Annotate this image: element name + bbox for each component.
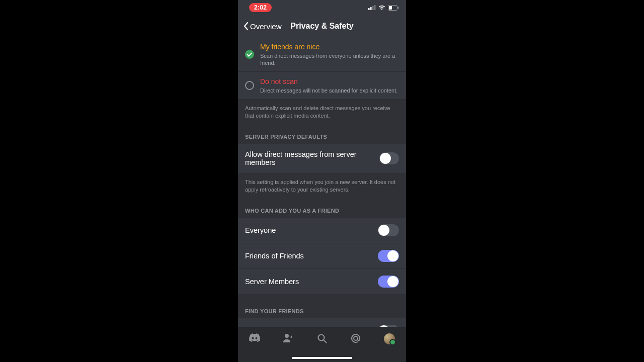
status-bar: 2:02: [238, 0, 406, 15]
tab-friends[interactable]: [278, 333, 298, 342]
tab-mentions[interactable]: [346, 333, 366, 343]
scan-option-sub: Scan direct messages from everyone unles…: [260, 52, 399, 66]
svg-rect-15: [398, 7, 399, 9]
tab-profile[interactable]: [379, 333, 399, 344]
svg-rect-10: [370, 7, 372, 10]
at-icon: [351, 333, 361, 343]
toggle-fof[interactable]: [378, 250, 399, 262]
status-time-recording: 2:02: [249, 3, 272, 12]
tab-search[interactable]: [312, 333, 332, 343]
settings-body: My friends are nice Scan direct messages…: [238, 37, 406, 327]
home-indicator: [292, 357, 352, 359]
svg-rect-12: [374, 5, 376, 10]
discord-logo-icon: [249, 333, 260, 342]
toggle-allow-dm[interactable]: [379, 152, 399, 164]
section-who-can-add: WHO CAN ADD YOU AS A FRIEND: [238, 201, 406, 218]
toggle-server-members[interactable]: [378, 276, 399, 288]
toggle-everyone[interactable]: [378, 224, 399, 236]
section-find-friends: FIND YOUR FRIENDS: [238, 301, 406, 318]
scan-option-title: Do not scan: [260, 77, 399, 86]
page-title: Privacy & Safety: [290, 22, 353, 31]
back-button[interactable]: Overview: [241, 15, 284, 37]
tab-home[interactable]: [245, 333, 265, 342]
scan-option-title: My friends are nice: [260, 42, 399, 51]
svg-rect-14: [389, 6, 392, 10]
scan-option-sub: Direct messages will not be scanned for …: [260, 87, 399, 94]
svg-rect-9: [368, 8, 370, 10]
scan-option-do-not-scan[interactable]: Do not scan Direct messages will not be …: [238, 72, 406, 100]
svg-rect-11: [372, 6, 374, 10]
nav-header: Overview Privacy & Safety: [238, 15, 406, 37]
back-label: Overview: [250, 22, 282, 31]
row-label: Server Members: [245, 278, 299, 286]
row-server-members[interactable]: Server Members: [238, 269, 406, 294]
search-icon: [317, 333, 327, 343]
scan-section-note: Automatically scan and delete direct mes…: [238, 100, 406, 127]
chevron-left-icon: [243, 22, 249, 31]
section-server-privacy: SERVER PRIVACY DEFAULTS: [238, 127, 406, 144]
row-everyone[interactable]: Everyone: [238, 218, 406, 243]
scan-option-friends-nice[interactable]: My friends are nice Scan direct messages…: [238, 37, 406, 72]
battery-icon: [388, 5, 399, 11]
radio-checked-icon: [245, 50, 254, 59]
friend-wave-icon: [283, 333, 294, 342]
row-allow-dm-server-members[interactable]: Allow direct messages from server member…: [238, 144, 406, 173]
wifi-icon: [378, 5, 385, 10]
row-label: Everyone: [245, 226, 276, 234]
tab-bar: [238, 327, 406, 362]
radio-empty-icon: [245, 81, 254, 90]
row-label: Friends of Friends: [245, 252, 304, 260]
row-label: Allow direct messages from server member…: [245, 150, 379, 166]
cellular-icon: [368, 5, 376, 10]
row-sync-contacts[interactable]: Sync Contacts: [238, 318, 406, 327]
server-defaults-note: This setting is applied when you join a …: [238, 173, 406, 201]
row-friends-of-friends[interactable]: Friends of Friends: [238, 243, 406, 269]
svg-line-17: [324, 340, 326, 343]
avatar: [384, 333, 395, 344]
svg-point-16: [318, 335, 324, 341]
